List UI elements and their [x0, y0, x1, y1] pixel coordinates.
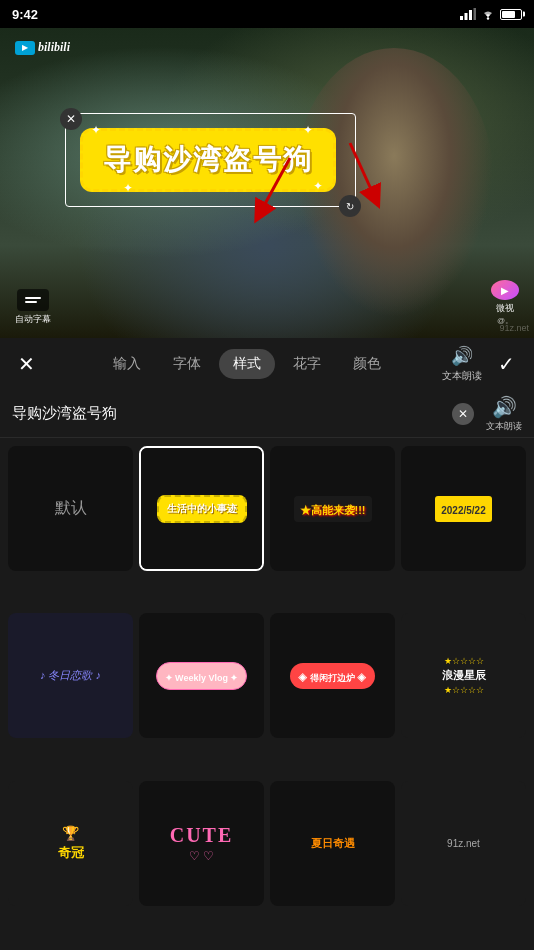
style-item-6[interactable]: ◈ 得闲打边炉 ◈ — [270, 613, 395, 738]
style7-stars: ★☆☆☆☆ — [444, 656, 484, 666]
video-preview: ▶ bilibili ✕ ✦ ✦ ✦ ✦ 导购沙湾盗号狗 ↻ — [0, 28, 534, 338]
style-item-4[interactable]: ♪ 冬日恋歌 ♪ — [8, 613, 133, 738]
style-item-9[interactable]: CUTE ♡ ♡ — [139, 781, 264, 906]
style3-badge: 2022/5/22 — [435, 496, 492, 522]
close-button[interactable]: ✕ — [6, 344, 46, 384]
style-item-5[interactable]: ✦ Weekly Vlog ✦ — [139, 613, 264, 738]
search-input[interactable] — [12, 397, 444, 431]
style6-badge: ◈ 得闲打边炉 ◈ — [290, 663, 374, 689]
bili-icon: ▶ — [15, 41, 35, 55]
svg-line-8 — [350, 143, 375, 198]
style-item-default[interactable]: 默认 — [8, 446, 133, 571]
style2-text: ★高能来袭!!! — [300, 504, 366, 516]
tab-style[interactable]: 样式 — [219, 349, 275, 379]
arrow-indicator-1 — [240, 148, 300, 228]
wifi-icon — [481, 8, 495, 20]
svg-rect-1 — [465, 13, 468, 20]
tts-label: 文本朗读 — [442, 369, 482, 383]
style4-text: ♪ 冬日恋歌 ♪ — [40, 668, 101, 683]
style-item-7[interactable]: ★☆☆☆☆ 浪漫星辰 ★☆☆☆☆ — [401, 613, 526, 738]
auto-caption-button[interactable]: 自动字幕 — [15, 289, 51, 326]
style5-badge: ✦ Weekly Vlog ✦ — [156, 662, 248, 690]
caption-label: 自动字幕 — [15, 313, 51, 326]
sparkle-tr: ✦ — [303, 123, 313, 137]
svg-rect-2 — [469, 10, 472, 20]
bilibili-text: bilibili — [38, 40, 70, 55]
style9-text: CUTE — [170, 824, 234, 847]
style8-trophy: 🏆 — [62, 825, 79, 841]
tab-flower[interactable]: 花字 — [279, 349, 335, 379]
tab-input[interactable]: 输入 — [99, 349, 155, 379]
style-grid: 默认 生活中的小事迹 ★高能来袭!!! 2022/5/22 — [0, 438, 534, 950]
style1-text: 生活中的小事迹 — [157, 495, 247, 523]
tts-side-label: 文本朗读 — [486, 420, 522, 433]
style-item-8[interactable]: 🏆 奇冠 — [8, 781, 133, 906]
svg-line-6 — [260, 158, 290, 213]
style7-stars2: ★☆☆☆☆ — [444, 685, 484, 695]
search-clear-button[interactable]: ✕ — [452, 403, 474, 425]
svg-rect-3 — [474, 8, 477, 20]
style8-text: 奇冠 — [58, 844, 84, 862]
tts-side-icon: 🔊 — [492, 395, 517, 419]
caption-icon — [17, 289, 49, 311]
tab-bar: 输入 字体 样式 花字 颜色 — [52, 349, 442, 379]
sparkle-bl: ✦ — [123, 181, 133, 195]
time-display: 9:42 — [12, 7, 38, 22]
tts-button[interactable]: 🔊 文本朗读 — [442, 345, 482, 383]
style7-text: 浪漫星辰 — [442, 668, 486, 683]
style-item-1[interactable]: 生活中的小事迹 — [139, 446, 264, 571]
sparkle-tl: ✦ — [91, 123, 101, 137]
sparkle-br: ✦ — [313, 179, 323, 193]
weishi-logo: ▶ 微视 @。 — [491, 280, 519, 326]
editor-panel: ✕ 输入 字体 样式 花字 颜色 🔊 文本朗读 ✓ ✕ 🔊 文本朗读 默认 — [0, 338, 534, 950]
svg-rect-0 — [460, 16, 463, 20]
status-time: 9:42 — [12, 7, 38, 22]
svg-point-4 — [487, 17, 489, 19]
toolbar: ✕ 输入 字体 样式 花字 颜色 🔊 文本朗读 ✓ — [0, 338, 534, 390]
default-label: 默认 — [55, 498, 87, 519]
style-item-10[interactable]: 夏日奇遇 — [270, 781, 395, 906]
status-bar: 9:42 — [0, 0, 534, 28]
bilibili-logo: ▶ bilibili — [15, 40, 70, 55]
style-item-3[interactable]: 2022/5/22 — [401, 446, 526, 571]
tab-font[interactable]: 字体 — [159, 349, 215, 379]
style-item-2[interactable]: ★高能来袭!!! — [270, 446, 395, 571]
confirm-button[interactable]: ✓ — [486, 344, 526, 384]
tts-side-button[interactable]: 🔊 文本朗读 — [486, 395, 522, 433]
style11-text: 91z.net — [447, 838, 480, 849]
status-icons — [460, 8, 522, 20]
battery-icon — [500, 9, 522, 20]
sticker-close-button[interactable]: ✕ — [60, 108, 82, 130]
style10-text: 夏日奇遇 — [311, 836, 355, 851]
signal-icon — [460, 8, 476, 20]
weishi-icon: ▶ — [491, 280, 519, 300]
watermark: 91z.net — [499, 323, 529, 333]
tts-icon: 🔊 — [451, 345, 473, 367]
weishi-name: 微视 — [496, 302, 514, 315]
search-bar: ✕ 🔊 文本朗读 — [0, 390, 534, 438]
style-item-11[interactable]: 91z.net — [401, 781, 526, 906]
arrow-indicator-2 — [340, 133, 400, 213]
tab-color[interactable]: 颜色 — [339, 349, 395, 379]
